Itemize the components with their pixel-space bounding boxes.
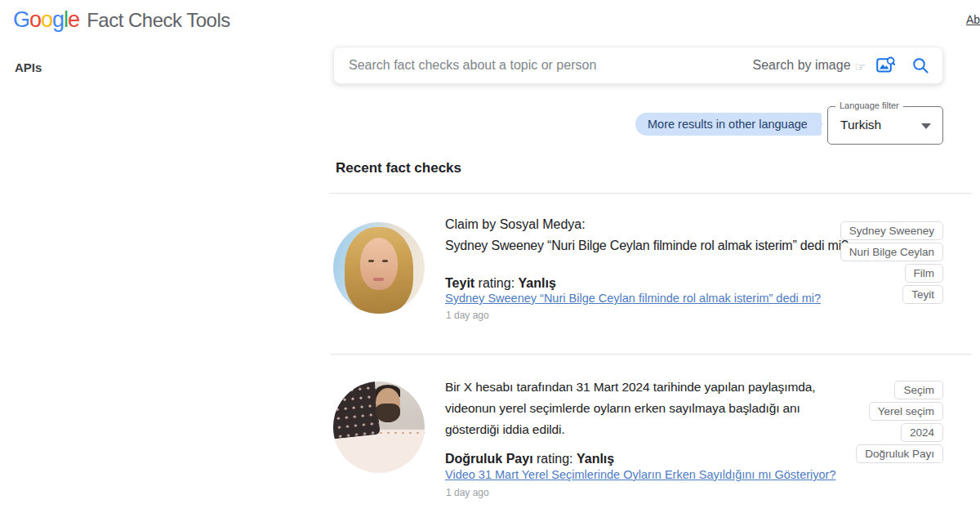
rating-label: rating: [479,276,514,290]
rating-value: Yanlış [519,276,556,290]
avatar-art [333,381,381,439]
fact-check-tools-page: Google Fact Check Tools About APIs Searc… [0,0,980,513]
timestamp: 1 day ago [446,310,489,321]
publisher-name: Teyit [445,276,474,290]
divider [330,193,972,194]
page-title: Recent fact checks [336,160,461,176]
rating-line: Teyit rating: Yanlış [445,276,556,291]
rating-value: Yanlış [577,452,614,466]
timestamp: 1 day ago [446,487,489,498]
claim-text: Bir X hesabı tarafından 31 Mart 2024 tar… [445,377,839,440]
image-search-icon[interactable] [875,56,895,75]
divider [330,354,972,355]
claim-text: Sydney Sweeney “Nuri Bilge Ceylan filmin… [445,239,849,253]
logo-letter: o [29,7,41,32]
tag-chip[interactable]: Nuri Bilge Ceylan [840,243,943,261]
search-input[interactable] [347,57,752,74]
rating-line: Doğruluk Payı rating: Yanlış [445,452,614,466]
language-filter-select[interactable]: Language filter Turkish [827,106,943,145]
avatar-art [373,278,384,281]
about-link[interactable]: About [966,13,980,26]
avatar-art [382,260,388,262]
tag-chip[interactable]: Doğruluk Payı [856,444,943,463]
search-icon[interactable] [911,56,929,74]
rating-label: rating: [537,452,572,466]
language-filter-value: Turkish [840,118,881,132]
logo-letter: o [41,7,52,32]
fact-check-link[interactable]: Video 31 Mart Yerel Seçimlerinde Oyların… [445,468,835,481]
tag-list: Seçim Yerel seçim 2024 Doğruluk Payı [856,381,943,463]
tag-chip[interactable]: 2024 [901,423,943,442]
logo-letter: g [52,7,64,32]
avatar-art [376,404,400,422]
publisher-name: Doğruluk Payı [445,452,533,466]
tag-chip[interactable]: Yerel seçim [869,402,943,421]
product-title: Fact Check Tools [87,9,230,32]
claim-by-line: Claim by Sosyal Medya: [445,217,586,232]
google-logo: Google [13,7,79,33]
fact-check-link[interactable]: Sydney Sweeney “Nuri Bilge Ceylan filmin… [445,292,821,305]
sidebar-item-apis[interactable]: APIs [15,60,42,74]
claim-image-sydney-sweeney [333,222,425,314]
language-tooltip-arrow [807,113,823,136]
chevron-down-icon [921,123,931,129]
language-filter-label: Language filter [835,100,903,110]
avatar-art [360,238,398,290]
language-tooltip: More results in other languages [635,113,822,136]
tag-chip[interactable]: Seçim [894,381,943,399]
search-bar: Search by image ☞ [333,47,943,84]
claim-image-election-video [333,381,425,473]
search-by-image-button[interactable]: Search by image [752,58,850,73]
app-logo[interactable]: Google Fact Check Tools [13,7,230,33]
tag-chip[interactable]: Teyit [902,285,943,304]
avatar-art [368,260,374,262]
tag-chip[interactable]: Film [905,264,944,283]
logo-letter: G [13,7,29,32]
pointer-hand-icon: ☞ [855,60,866,74]
tag-chip[interactable]: Sydney Sweeney [840,221,943,240]
logo-letter: e [68,7,79,32]
tag-list: Sydney Sweeney Nuri Bilge Ceylan Film Te… [840,221,943,304]
